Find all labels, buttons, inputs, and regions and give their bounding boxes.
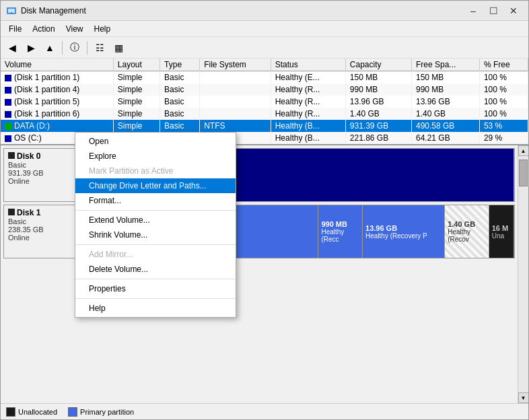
app-icon xyxy=(6,5,17,16)
col-free: Free Spa... xyxy=(411,59,479,71)
table-row[interactable]: (Disk 1 partition 1)SimpleBasicHealthy (… xyxy=(1,71,528,84)
col-layout: Layout xyxy=(113,59,160,71)
cell-pctfree: 100 % xyxy=(479,83,528,96)
cell-layout: Simple xyxy=(113,83,160,96)
minimize-button[interactable]: – xyxy=(464,4,483,18)
partition-status: Healthy (Recc xyxy=(321,228,359,243)
ctx-explore[interactable]: Explore xyxy=(75,149,236,164)
cell-filesystem xyxy=(200,96,271,108)
cell-capacity: 931.39 GB xyxy=(345,120,411,132)
ctx-add-mirror: Add Mirror... xyxy=(75,247,236,262)
window-title: Disk Management xyxy=(21,6,464,15)
cell-pctfree: 100 % xyxy=(479,71,528,84)
cell-layout: Simple xyxy=(113,108,160,120)
cell-volume: (Disk 1 partition 1) xyxy=(1,71,113,84)
ctx-sep2 xyxy=(75,244,236,245)
partition-block[interactable]: 990 MBHealthy (Recc xyxy=(318,205,363,258)
scroll-down-button[interactable]: ▼ xyxy=(518,392,529,403)
table-header-row: Volume Layout Type File System Status Ca… xyxy=(1,59,528,71)
legend-bar: Unallocated Primary partition xyxy=(1,403,528,419)
cell-status: Healthy (R... xyxy=(271,96,345,108)
table-row[interactable]: (Disk 1 partition 4)SimpleBasicHealthy (… xyxy=(1,83,528,96)
cell-status: Healthy (B... xyxy=(271,132,345,144)
toolbar-forward[interactable]: ▶ xyxy=(22,40,40,56)
legend-primary-label: Primary partition xyxy=(80,408,134,416)
partition-size: 16 M xyxy=(492,224,511,232)
scroll-up-button[interactable]: ▲ xyxy=(518,145,529,156)
context-menu: Open Explore Mark Partition as Active Ch… xyxy=(75,132,236,318)
menu-view[interactable]: View xyxy=(61,23,89,35)
scroll-thumb[interactable] xyxy=(519,160,528,186)
cell-filesystem xyxy=(200,71,271,84)
cell-filesystem: NTFS xyxy=(200,120,271,132)
cell-type: Basic xyxy=(160,96,200,108)
toolbar-up[interactable]: ▲ xyxy=(41,40,59,56)
cell-status: Healthy (E... xyxy=(271,71,345,84)
disk-status: Online xyxy=(8,177,73,185)
disk-size: 931.39 GB xyxy=(8,169,73,177)
window-controls: – ☐ ✕ xyxy=(464,4,523,18)
col-type: Type xyxy=(160,59,200,71)
disk-label: Disk 0 Basic 931.39 GB Online xyxy=(4,149,78,201)
legend-primary-box xyxy=(68,407,77,417)
cell-layout: Simple xyxy=(113,71,160,84)
cell-status: Healthy (B... xyxy=(271,120,345,132)
menu-action[interactable]: Action xyxy=(27,23,60,35)
disk-name: Disk 0 xyxy=(8,151,73,161)
partition-status: Healthy (Recovery P xyxy=(365,232,442,240)
menu-file[interactable]: File xyxy=(3,23,27,35)
legend-primary: Primary partition xyxy=(68,407,134,417)
ctx-delete-volume[interactable]: Delete Volume... xyxy=(75,262,236,277)
scroll-track[interactable] xyxy=(518,156,528,392)
cell-type: Basic xyxy=(160,108,200,120)
ctx-shrink-volume[interactable]: Shrink Volume... xyxy=(75,228,236,242)
ctx-properties[interactable]: Properties xyxy=(75,281,236,296)
cell-capacity: 1.40 GB xyxy=(345,108,411,120)
cell-type: Basic xyxy=(160,120,200,132)
ctx-format[interactable]: Format... xyxy=(75,193,236,208)
col-filesystem: File System xyxy=(200,59,271,71)
cell-pctfree: 29 % xyxy=(479,132,528,144)
cell-free: 490.58 GB xyxy=(411,120,479,132)
ctx-sep1 xyxy=(75,210,236,211)
ctx-help[interactable]: Help xyxy=(75,301,236,316)
ctx-change-drive-letter[interactable]: Change Drive Letter and Paths... xyxy=(75,178,236,193)
toolbar: ◀ ▶ ▲ ⓘ ☷ ▦ xyxy=(1,37,528,59)
ctx-open[interactable]: Open xyxy=(75,134,236,149)
cell-volume: (Disk 1 partition 6) xyxy=(1,108,113,120)
table-row[interactable]: DATA (D:)SimpleBasicNTFSHealthy (B...931… xyxy=(1,120,528,132)
volume-table: Volume Layout Type File System Status Ca… xyxy=(1,59,528,144)
cell-free: 150 MB xyxy=(411,71,479,84)
partition-status: Una xyxy=(492,232,511,240)
cell-volume: DATA (D:) xyxy=(1,120,113,132)
cell-layout: Simple xyxy=(113,96,160,108)
toolbar-grid[interactable]: ▦ xyxy=(110,40,127,56)
partition-block[interactable]: 16 MUna xyxy=(489,205,514,258)
svg-point-2 xyxy=(11,12,12,13)
partition-block[interactable]: 1.40 GBHealthy (Recov xyxy=(445,205,489,258)
partition-status: Healthy (Recov xyxy=(448,228,486,243)
table-row[interactable]: (Disk 1 partition 6)SimpleBasicHealthy (… xyxy=(1,108,528,120)
cell-capacity: 150 MB xyxy=(345,71,411,84)
partition-block[interactable]: 13.96 GBHealthy (Recovery P xyxy=(363,205,445,258)
cell-type: Basic xyxy=(160,83,200,96)
cell-free: 64.21 GB xyxy=(411,132,479,144)
table-row[interactable]: (Disk 1 partition 5)SimpleBasicHealthy (… xyxy=(1,96,528,108)
cell-pctfree: 53 % xyxy=(479,120,528,132)
toolbar-sep1 xyxy=(62,41,63,55)
legend-unallocated: Unallocated xyxy=(6,407,57,417)
disk-size: 238.35 GB xyxy=(8,225,73,234)
toolbar-help[interactable]: ⓘ xyxy=(66,40,83,56)
close-button[interactable]: ✕ xyxy=(504,4,523,18)
disk-type: Basic xyxy=(8,217,73,225)
partition-size: 13.96 GB xyxy=(365,224,442,232)
title-bar: Disk Management – ☐ ✕ xyxy=(1,1,528,21)
toolbar-properties[interactable]: ☷ xyxy=(91,40,108,56)
ctx-extend-volume[interactable]: Extend Volume... xyxy=(75,213,236,228)
toolbar-back[interactable]: ◀ xyxy=(3,40,21,56)
partition-size: 1.40 GB xyxy=(448,220,486,228)
maximize-button[interactable]: ☐ xyxy=(484,4,503,18)
menu-help[interactable]: Help xyxy=(89,23,116,35)
partition-size: 990 MB xyxy=(321,220,359,228)
disk-label: Disk 1 Basic 238.35 GB Online xyxy=(4,205,78,258)
